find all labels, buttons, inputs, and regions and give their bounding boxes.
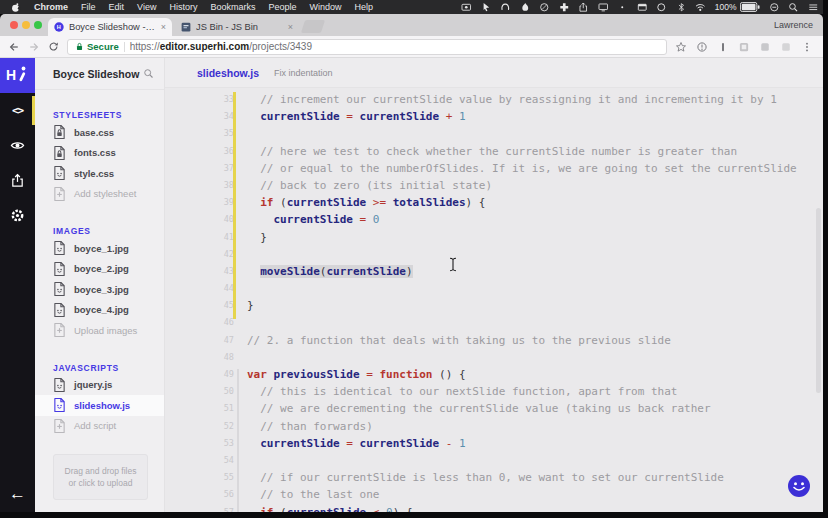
menu-people[interactable]: People bbox=[268, 0, 296, 14]
superhi-logo[interactable]: H bbox=[0, 58, 35, 93]
minimize-window-button[interactable] bbox=[22, 21, 30, 29]
code-line-50[interactable]: 50 // this is identical to our nextSlide… bbox=[165, 383, 823, 400]
zero-badge-icon[interactable] bbox=[539, 2, 550, 13]
cursor-icon[interactable] bbox=[481, 2, 492, 13]
menubar-status-icons bbox=[461, 2, 706, 13]
code-line-46[interactable]: 46 bbox=[165, 314, 823, 331]
menu-edit[interactable]: Edit bbox=[109, 0, 125, 14]
editor-scrollbar[interactable] bbox=[816, 208, 821, 393]
code-line-54[interactable]: 54 bbox=[165, 452, 823, 469]
code-line-42[interactable]: 42 bbox=[165, 246, 823, 263]
upload-dropzone[interactable]: Drag and drop files or click to upload bbox=[53, 454, 148, 500]
forward-icon[interactable] bbox=[28, 41, 40, 53]
phone-icon[interactable] bbox=[500, 2, 511, 13]
code-line-43[interactable]: 43 moveSlide(currentSlide) bbox=[165, 263, 823, 280]
fix-indentation-action[interactable]: Fix indentation bbox=[274, 68, 333, 78]
code-line-36[interactable]: 36 // here we test to check whether the … bbox=[165, 143, 823, 160]
code-line-39[interactable]: 39 if (currentSlide >= totalSlides) { bbox=[165, 194, 823, 211]
secure-badge[interactable]: Secure bbox=[75, 41, 119, 52]
file-item-style.css[interactable]: style.css bbox=[35, 163, 164, 184]
rail-upload-icon[interactable] bbox=[0, 163, 35, 198]
info-ext-icon[interactable] bbox=[696, 41, 708, 53]
code-line-45[interactable]: 45} bbox=[165, 297, 823, 314]
rail-eye-icon[interactable] bbox=[0, 128, 35, 163]
search-icon[interactable] bbox=[788, 2, 799, 13]
back-icon[interactable] bbox=[8, 41, 20, 53]
profile-name[interactable]: Lawrence bbox=[774, 20, 813, 30]
menu-history[interactable]: History bbox=[169, 0, 197, 14]
display-icon[interactable] bbox=[598, 2, 609, 13]
code-line-35[interactable]: 35 bbox=[165, 125, 823, 142]
code-line-49[interactable]: 49var previousSlide = function () { bbox=[165, 366, 823, 383]
new-tab-button[interactable] bbox=[301, 20, 325, 33]
code-line-57[interactable]: 57 if (currentSlide < 0) { bbox=[165, 504, 823, 513]
tab-2[interactable]: JS Bin - JS Bin× bbox=[175, 18, 299, 36]
action-upload-images[interactable]: Upload images bbox=[35, 320, 164, 341]
menubar-app-name[interactable]: Chrome bbox=[34, 0, 68, 14]
file-item-fonts.css[interactable]: fonts.css bbox=[35, 143, 164, 164]
tab-close-icon[interactable]: × bbox=[161, 23, 166, 32]
bookmark-star-icon[interactable] bbox=[675, 41, 687, 53]
code-line-47[interactable]: 47// 2. a function that deals with takin… bbox=[165, 332, 823, 349]
window-icon[interactable] bbox=[637, 2, 648, 13]
menu-view[interactable]: View bbox=[137, 0, 156, 14]
file-item-slideshow.js[interactable]: slideshow.js bbox=[35, 395, 164, 416]
line-text: } bbox=[234, 229, 267, 246]
file-item-jquery.js[interactable]: jquery.js bbox=[35, 375, 164, 396]
line-text: // back to zero (its initial state) bbox=[234, 177, 492, 194]
wifi-icon[interactable] bbox=[695, 2, 706, 13]
menu-window[interactable]: Window bbox=[309, 0, 341, 14]
code-area[interactable]: 33 // increment our currentSlide value b… bbox=[165, 88, 823, 512]
square-ext-icon[interactable] bbox=[738, 41, 750, 53]
search-icon[interactable] bbox=[143, 68, 154, 79]
code-line-34[interactable]: 34 currentSlide = currentSlide + 1 bbox=[165, 108, 823, 125]
loop-icon[interactable] bbox=[656, 2, 667, 13]
action-add-stylesheet[interactable]: Add stylesheet bbox=[35, 184, 164, 205]
rail-code-icon[interactable]: <> bbox=[0, 93, 35, 128]
tab-1[interactable]: HBoyce Slideshow - SuperHi× bbox=[48, 18, 172, 36]
apple-icon[interactable] bbox=[10, 2, 21, 13]
code-line-41[interactable]: 41 } bbox=[165, 229, 823, 246]
file-name: slideshow.js bbox=[74, 400, 130, 411]
share-icon[interactable] bbox=[578, 2, 589, 13]
minus-circle-icon[interactable] bbox=[769, 2, 780, 13]
code-line-40[interactable]: 40 currentSlide = 0 bbox=[165, 211, 823, 228]
code-line-38[interactable]: 38 // back to zero (its initial state) bbox=[165, 177, 823, 194]
file-item-boyce_4.jpg[interactable]: boyce_4.jpg bbox=[35, 300, 164, 321]
dim-ext-2-icon[interactable] bbox=[780, 41, 792, 53]
chat-help-button[interactable] bbox=[786, 473, 812, 499]
bluetooth-icon[interactable] bbox=[676, 2, 687, 13]
tab-close-icon[interactable]: × bbox=[288, 23, 293, 32]
file-item-boyce_2.jpg[interactable]: boyce_2.jpg bbox=[35, 259, 164, 280]
close-window-button[interactable] bbox=[10, 21, 18, 29]
file-item-boyce_3.jpg[interactable]: boyce_3.jpg bbox=[35, 279, 164, 300]
code-line-56[interactable]: 56 // to the last one bbox=[165, 486, 823, 503]
code-line-48[interactable]: 48 bbox=[165, 349, 823, 366]
health-cross-icon[interactable] bbox=[559, 2, 570, 13]
file-item-boyce_1.jpg[interactable]: boyce_1.jpg bbox=[35, 238, 164, 259]
code-line-52[interactable]: 52 // than forwards) bbox=[165, 418, 823, 435]
menu-bookmarks[interactable]: Bookmarks bbox=[210, 0, 255, 14]
rail-gear-icon[interactable] bbox=[0, 198, 35, 233]
code-line-55[interactable]: 55 // if our currentSlide is less than 0… bbox=[165, 469, 823, 486]
onetab-ext-icon[interactable] bbox=[717, 41, 729, 53]
menu-help[interactable]: Help bbox=[354, 0, 373, 14]
code-line-51[interactable]: 51 // we are decrementing the currentSli… bbox=[165, 400, 823, 417]
screen-record-icon[interactable] bbox=[461, 2, 472, 13]
reload-icon[interactable] bbox=[48, 41, 59, 52]
kebab-menu-icon[interactable] bbox=[801, 41, 813, 53]
code-line-37[interactable]: 37 // or equal to the numberOfSlides. If… bbox=[165, 160, 823, 177]
action-add-script[interactable]: Add script bbox=[35, 416, 164, 437]
code-line-33[interactable]: 33 // increment our currentSlide value b… bbox=[165, 91, 823, 108]
flame-icon[interactable] bbox=[520, 2, 531, 13]
zoom-window-button[interactable] bbox=[34, 21, 42, 29]
menu-lines-icon[interactable] bbox=[808, 2, 819, 13]
menu-file[interactable]: File bbox=[81, 0, 96, 14]
file-item-base.css[interactable]: base.css bbox=[35, 122, 164, 143]
dot-icon[interactable] bbox=[617, 2, 628, 13]
address-bar[interactable]: Secure https://editor.superhi.com/projec… bbox=[67, 39, 667, 55]
dim-ext-1-icon[interactable] bbox=[759, 41, 771, 53]
code-line-44[interactable]: 44 bbox=[165, 280, 823, 297]
code-line-53[interactable]: 53 currentSlide = currentSlide - 1 bbox=[165, 435, 823, 452]
back-arrow-icon[interactable]: ← bbox=[9, 485, 26, 502]
